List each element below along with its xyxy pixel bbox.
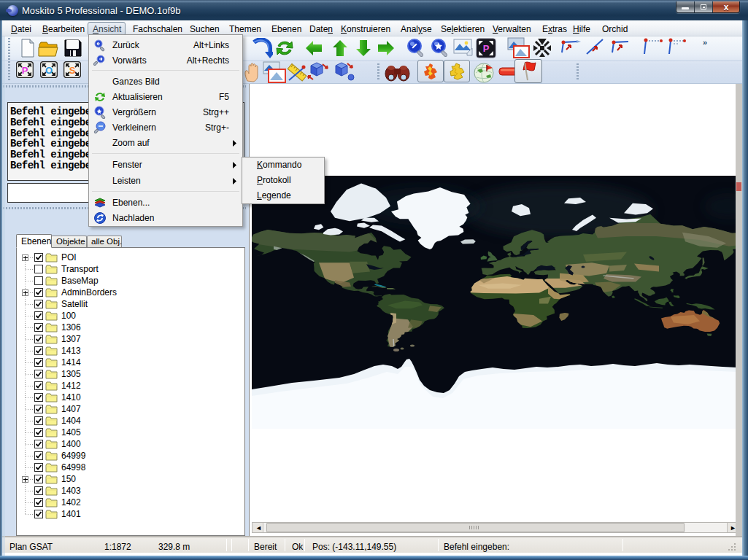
svg-text:S: S <box>69 65 76 76</box>
svg-text:P: P <box>22 65 28 76</box>
svg-text:O: O <box>45 65 53 76</box>
svg-text:P: P <box>483 43 490 54</box>
